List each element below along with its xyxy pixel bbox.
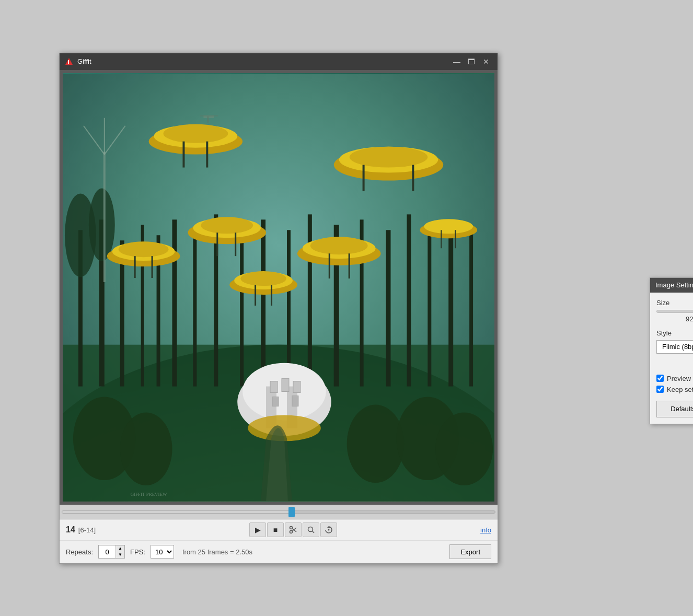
settings-buttons: Defaults Apply — [656, 401, 693, 417]
matte-row: Matte: — [656, 358, 693, 369]
svg-point-89 — [308, 527, 313, 532]
preview-checkbox[interactable] — [656, 375, 664, 382]
repeats-spinner: ▲ ▼ — [116, 545, 124, 558]
repeats-down-button[interactable]: ▼ — [116, 552, 124, 558]
settings-panel: Image Settings ✕ Size 921x921px (90%) St… — [650, 277, 693, 424]
title-bar: Giffit — 🗖 ✕ — [60, 53, 498, 70]
stop-button[interactable]: ■ — [267, 522, 284, 537]
keep-settings-checkbox-row: Keep settings on restart — [656, 386, 693, 393]
app-window: Giffit — 🗖 ✕ — [59, 53, 498, 564]
style-row: Filmic (8bppA) None Filmic (16bpp) B&W S… — [656, 340, 693, 354]
app-title: Giffit — [77, 57, 451, 65]
progress-track[interactable] — [62, 510, 495, 514]
svg-point-92 — [328, 529, 330, 531]
svg-line-90 — [313, 531, 315, 533]
frame-range: [6-14] — [78, 526, 96, 534]
keep-settings-checkbox[interactable] — [656, 386, 664, 393]
frames-info: from 25 frames = 2.50s — [182, 548, 252, 556]
settings-title: Image Settings — [655, 281, 693, 289]
restore-button[interactable]: 🗖 — [465, 56, 478, 67]
scissors-icon — [289, 526, 297, 534]
settings-title-bar: Image Settings ✕ — [650, 278, 693, 293]
repeats-input[interactable] — [99, 545, 116, 558]
size-slider-fill — [657, 310, 693, 312]
info-link[interactable]: info — [480, 526, 491, 534]
scissors-button[interactable] — [285, 522, 302, 537]
play-button[interactable]: ▶ — [249, 522, 266, 537]
svg-rect-83 — [200, 115, 218, 116]
settings-body: Size 921x921px (90%) Style Filmic (8bppA… — [650, 293, 693, 424]
repeats-label: Repeats: — [66, 548, 93, 556]
main-area: GIFFIT PREVIEW — [60, 70, 498, 505]
controls-bar: 14 [6-14] ▶ ■ — [60, 519, 498, 540]
app-logo-icon — [65, 57, 73, 66]
close-button[interactable]: ✕ — [480, 56, 492, 67]
bottom-bar: Repeats: ▲ ▼ FPS: 10 5 15 20 25 30 from … — [60, 540, 498, 563]
progress-thumb[interactable] — [288, 507, 295, 517]
svg-text:GIFFIT PREVIEW: GIFFIT PREVIEW — [131, 492, 167, 497]
svg-rect-2 — [68, 63, 69, 64]
progress-bar-area[interactable] — [60, 505, 498, 519]
preview-checkbox-row: Preview selected style — [656, 375, 693, 382]
frame-number: 14 — [66, 525, 75, 534]
refresh-icon — [325, 526, 333, 534]
window-controls: — 🗖 ✕ — [451, 56, 492, 67]
defaults-button[interactable]: Defaults — [656, 401, 693, 417]
preview-label: Preview selected style — [667, 375, 693, 382]
svg-rect-1 — [68, 60, 69, 63]
image-display: GIFFIT PREVIEW — [63, 73, 494, 502]
svg-point-86 — [290, 531, 293, 533]
minimize-button[interactable]: — — [451, 56, 463, 67]
svg-point-85 — [290, 527, 293, 529]
search-icon — [307, 526, 315, 534]
svg-rect-84 — [207, 116, 209, 122]
fps-select[interactable]: 10 5 15 20 25 30 — [151, 545, 174, 559]
keep-settings-label: Keep settings on restart — [667, 386, 693, 393]
size-slider-track[interactable] — [656, 310, 693, 313]
size-value-text: 921x921px (90%) — [656, 315, 693, 323]
size-label: Size — [656, 299, 693, 307]
style-label: Style — [656, 329, 693, 337]
search-button[interactable] — [303, 522, 319, 537]
playback-controls: ▶ ■ — [106, 522, 480, 537]
repeats-up-button[interactable]: ▲ — [116, 545, 124, 552]
repeats-input-wrap: ▲ ▼ — [98, 545, 125, 559]
fps-label: FPS: — [130, 548, 145, 556]
refresh-button[interactable] — [320, 522, 337, 537]
export-button[interactable]: Export — [449, 544, 491, 559]
progress-fill — [62, 511, 292, 513]
style-select[interactable]: Filmic (8bppA) None Filmic (16bpp) B&W S… — [656, 340, 693, 354]
svg-rect-80 — [63, 73, 494, 501]
